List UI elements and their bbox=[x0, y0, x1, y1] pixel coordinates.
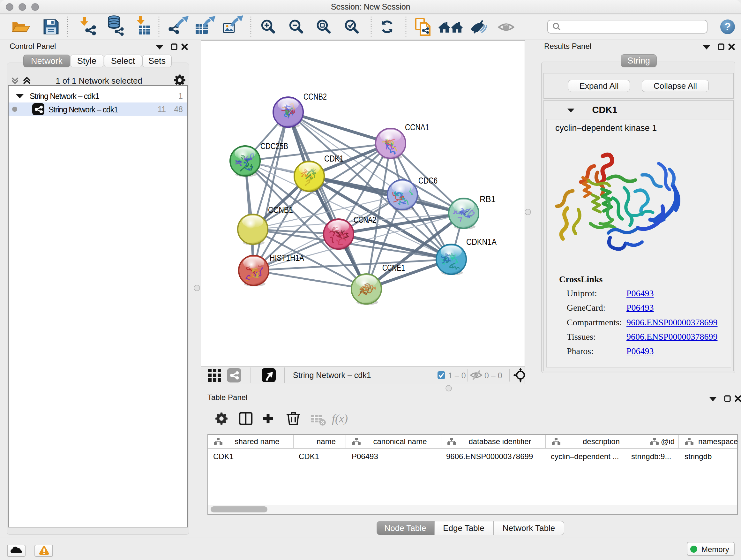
svg-text:CCNB2: CCNB2 bbox=[304, 92, 327, 102]
svg-text:RB1: RB1 bbox=[480, 194, 495, 204]
svg-text:CDC25B: CDC25B bbox=[260, 141, 288, 151]
svg-text:CCNA2: CCNA2 bbox=[354, 215, 376, 225]
svg-text:CDKN1A: CDKN1A bbox=[466, 237, 496, 247]
svg-text:HIST1H1A: HIST1H1A bbox=[270, 253, 304, 263]
svg-text:CCNE1: CCNE1 bbox=[382, 263, 405, 273]
svg-text:CCNA1: CCNA1 bbox=[405, 123, 429, 132]
svg-text:f(x): f(x) bbox=[332, 412, 348, 425]
svg-text:CDC6: CDC6 bbox=[418, 176, 437, 186]
svg-text:CCNB1: CCNB1 bbox=[268, 205, 293, 215]
svg-text:?: ? bbox=[724, 20, 731, 33]
svg-text:CDK1: CDK1 bbox=[324, 154, 344, 164]
